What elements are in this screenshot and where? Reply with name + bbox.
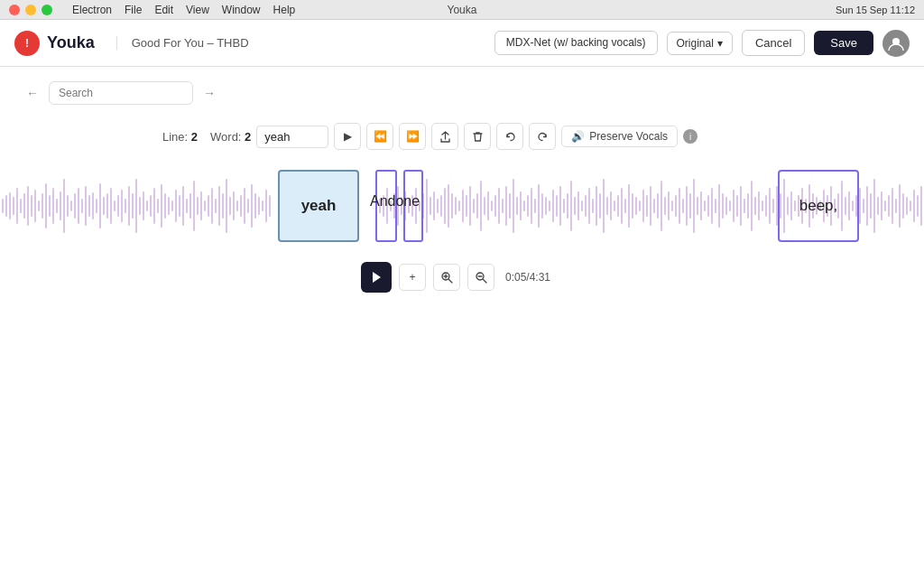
svg-rect-52 xyxy=(186,199,188,213)
svg-rect-219 xyxy=(895,199,897,213)
svg-rect-175 xyxy=(736,195,738,217)
preserve-vocals-button[interactable]: 🔊 Preserve Vocals xyxy=(561,126,678,147)
svg-rect-82 xyxy=(401,197,402,215)
word-yeah-text: yeah xyxy=(301,197,337,215)
svg-rect-35 xyxy=(125,199,126,213)
svg-rect-209 xyxy=(859,188,861,224)
word-text-input[interactable] xyxy=(256,126,328,148)
svg-rect-74 xyxy=(265,190,267,222)
svg-rect-45 xyxy=(161,184,162,228)
svg-rect-101 xyxy=(469,186,471,226)
svg-rect-138 xyxy=(603,179,605,233)
fast-forward-button[interactable]: ⏩ xyxy=(399,123,426,150)
svg-rect-218 xyxy=(892,188,893,224)
search-row: ← → xyxy=(0,67,924,112)
svg-rect-136 xyxy=(596,186,597,226)
word-block-yeah[interactable]: yeah xyxy=(278,170,359,242)
svg-rect-185 xyxy=(772,199,774,213)
svg-rect-9 xyxy=(31,195,32,217)
back-button[interactable]: ← xyxy=(22,82,43,104)
svg-rect-27 xyxy=(96,199,97,213)
svg-rect-144 xyxy=(624,199,626,213)
close-button[interactable] xyxy=(9,5,20,15)
redo-button[interactable] xyxy=(529,123,556,150)
system-icons: Sun 15 Sep 11:12 xyxy=(836,5,915,15)
svg-rect-169 xyxy=(715,199,716,213)
svg-rect-133 xyxy=(585,195,587,217)
svg-rect-16 xyxy=(56,199,58,213)
svg-rect-182 xyxy=(762,200,763,211)
time-display: 0:05/4:31 xyxy=(505,271,550,284)
save-button[interactable]: Save xyxy=(814,31,873,55)
add-button[interactable]: + xyxy=(399,264,426,291)
svg-rect-170 xyxy=(718,184,720,228)
menu-bar: Electron File Edit View Window Help xyxy=(72,4,295,16)
word-beep-text: beep, xyxy=(799,197,838,215)
svg-rect-226 xyxy=(920,186,922,226)
svg-rect-167 xyxy=(707,195,709,217)
forward-button[interactable]: → xyxy=(199,82,220,104)
svg-rect-213 xyxy=(873,179,875,233)
play-small-button[interactable]: ▶ xyxy=(334,123,361,150)
svg-rect-46 xyxy=(164,193,166,219)
cancel-button[interactable]: Cancel xyxy=(742,30,805,56)
rewind-button[interactable]: ⏪ xyxy=(366,123,393,150)
svg-rect-130 xyxy=(574,197,576,215)
svg-rect-164 xyxy=(697,197,698,215)
svg-rect-113 xyxy=(513,179,514,233)
svg-rect-23 xyxy=(81,199,83,213)
play-button[interactable] xyxy=(361,262,392,293)
info-icon[interactable]: i xyxy=(683,129,698,144)
menu-file[interactable]: File xyxy=(125,4,142,16)
svg-rect-98 xyxy=(458,200,460,211)
svg-rect-160 xyxy=(682,199,684,213)
svg-rect-90 xyxy=(430,197,431,215)
share-button[interactable] xyxy=(431,123,458,150)
svg-rect-139 xyxy=(606,197,608,215)
svg-rect-184 xyxy=(769,188,771,224)
svg-rect-135 xyxy=(592,199,594,213)
svg-rect-62 xyxy=(222,193,224,219)
logo-icon: ! xyxy=(14,31,40,56)
svg-rect-223 xyxy=(910,200,911,211)
svg-rect-61 xyxy=(218,186,220,226)
original-dropdown[interactable]: Original ▾ xyxy=(667,32,733,55)
undo-button[interactable] xyxy=(496,123,523,150)
svg-rect-172 xyxy=(725,197,727,215)
model-button[interactable]: MDX-Net (w/ backing vocals) xyxy=(494,31,658,56)
zoom-in-button[interactable] xyxy=(433,264,460,291)
svg-rect-99 xyxy=(462,190,464,222)
svg-rect-106 xyxy=(487,191,489,220)
svg-rect-24 xyxy=(85,186,87,226)
svg-rect-180 xyxy=(754,197,756,215)
song-title: Good For You – THBD xyxy=(116,36,249,50)
minimize-button[interactable] xyxy=(25,5,36,15)
svg-rect-163 xyxy=(693,179,695,233)
menu-help[interactable]: Help xyxy=(273,4,296,16)
menu-window[interactable]: Window xyxy=(222,4,261,16)
word-block-beep[interactable]: beep, xyxy=(778,170,859,242)
svg-rect-214 xyxy=(877,197,879,215)
avatar[interactable] xyxy=(882,30,910,57)
svg-rect-165 xyxy=(700,191,702,220)
svg-rect-154 xyxy=(661,181,662,231)
svg-rect-63 xyxy=(226,179,227,233)
svg-rect-42 xyxy=(150,195,152,217)
menu-edit[interactable]: Edit xyxy=(154,4,173,16)
svg-rect-122 xyxy=(545,197,547,215)
word-block-one[interactable] xyxy=(403,170,423,242)
zoom-out-button[interactable] xyxy=(467,264,494,291)
bottom-controls: + 0:05/4:31 xyxy=(0,251,924,293)
search-input[interactable] xyxy=(49,81,193,105)
svg-rect-53 xyxy=(189,193,191,219)
svg-rect-100 xyxy=(466,195,467,217)
svg-rect-117 xyxy=(527,195,529,217)
menu-electron[interactable]: Electron xyxy=(72,4,112,16)
delete-button[interactable] xyxy=(464,123,491,150)
menu-view[interactable]: View xyxy=(186,4,209,16)
dropdown-chevron-icon: ▾ xyxy=(717,37,723,50)
word-block-and[interactable] xyxy=(375,170,397,242)
svg-rect-181 xyxy=(758,191,760,220)
maximize-button[interactable] xyxy=(42,5,52,15)
svg-rect-40 xyxy=(143,191,144,220)
